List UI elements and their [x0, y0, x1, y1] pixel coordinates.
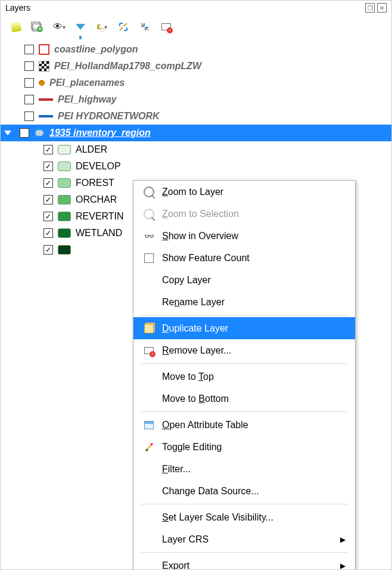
legend-label: ORCHAR	[76, 194, 117, 205]
menu-zoom-to-selection: Zoom to Selection	[133, 203, 355, 225]
polygon-outline-swatch	[39, 44, 49, 55]
menu-open-attribute-table[interactable]: Open Attribute Table	[133, 414, 355, 436]
visibility-checkbox[interactable]	[24, 78, 34, 88]
layer-coastline[interactable]: coastline_polygon	[1, 41, 391, 58]
menu-rename-layer[interactable]: Rename Layer	[133, 291, 355, 313]
color-swatch	[58, 245, 71, 255]
menu-duplicate-layer[interactable]: Duplicate Layer	[133, 317, 355, 339]
color-swatch	[58, 145, 71, 154]
expand-all-icon[interactable]	[116, 20, 130, 34]
menu-copy-layer[interactable]: Copy Layer	[133, 269, 355, 291]
visibility-checkbox[interactable]: ✓	[43, 228, 53, 238]
collapse-all-icon[interactable]	[138, 20, 152, 34]
raster-swatch	[39, 61, 49, 72]
layer-holland[interactable]: PEI_HollandMap1798_compLZW	[1, 58, 391, 75]
remove-icon	[144, 347, 154, 354]
menu-zoom-to-layer[interactable]: Zoom to Layer	[133, 181, 355, 203]
menu-remove-layer[interactable]: Remove Layer...	[133, 339, 355, 361]
menu-move-to-top[interactable]: Move to Top	[133, 365, 355, 388]
panel-close-icon[interactable]: ✕	[377, 3, 387, 13]
visibility-checkbox[interactable]	[24, 95, 34, 104]
glasses-icon: 👓	[143, 230, 155, 242]
color-swatch	[58, 228, 71, 238]
layer-highway[interactable]: PEI_highway	[1, 91, 391, 108]
color-swatch	[58, 195, 71, 205]
menu-separator	[141, 504, 348, 504]
checkbox-icon	[144, 253, 154, 263]
panel-title: Layers	[5, 3, 365, 13]
remove-layer-icon[interactable]	[159, 20, 173, 34]
legend-label: FOREST	[76, 178, 114, 188]
legend-label: REVERTIN	[76, 211, 124, 222]
menu-export[interactable]: Export▶	[133, 554, 355, 570]
menu-change-data-source[interactable]: Change Data Source...	[133, 480, 355, 502]
layer-label: PEI_highway	[58, 94, 117, 105]
point-swatch	[39, 80, 45, 86]
menu-toggle-editing[interactable]: Toggle Editing	[133, 436, 355, 458]
filter-expression-icon[interactable]: ε□▾	[95, 20, 109, 34]
visibility-checkbox[interactable]: ✓	[43, 212, 53, 221]
add-group-icon[interactable]: +	[30, 20, 45, 34]
menu-separator	[141, 315, 348, 315]
menu-separator	[141, 363, 348, 364]
layer-styling-icon[interactable]	[9, 20, 23, 34]
layer-label: 1935 inventory_region	[49, 128, 151, 138]
layer-tree: coastline_polygon PEI_HollandMap1798_com…	[1, 39, 391, 569]
visibility-checkbox[interactable]: ✓	[43, 145, 53, 154]
legend-item[interactable]: ✓DEVELOP	[1, 158, 391, 175]
submenu-arrow-icon: ▶	[340, 535, 346, 544]
visibility-checkbox[interactable]	[24, 61, 34, 71]
panel-undock-icon[interactable]: ❐	[365, 3, 375, 13]
menu-move-to-bottom[interactable]: Move to Bottom	[133, 388, 355, 410]
menu-separator	[141, 411, 348, 412]
submenu-arrow-icon: ▶	[340, 562, 346, 570]
color-swatch	[58, 162, 71, 171]
expand-arrow-icon[interactable]	[4, 131, 11, 135]
legend-label: ALDER	[76, 144, 107, 155]
legend-item[interactable]: ✓ALDER	[1, 141, 391, 158]
filter-legend-icon[interactable]	[73, 20, 88, 34]
color-swatch	[58, 178, 71, 188]
layer-label: PEI_placenames	[49, 78, 125, 88]
visibility-checkbox[interactable]: ✓	[43, 195, 53, 205]
menu-set-scale-visibility[interactable]: Set Layer Scale Visibility...	[133, 506, 355, 528]
menu-layer-crs[interactable]: Layer CRS▶	[133, 528, 355, 550]
legend-label: DEVELOP	[76, 161, 121, 172]
pencil-icon	[145, 442, 153, 451]
layer-label: PEI HYDRONETWORK	[58, 111, 160, 122]
line-swatch	[39, 115, 53, 117]
line-swatch	[39, 98, 53, 101]
duplicate-icon	[144, 324, 154, 333]
visibility-checkbox[interactable]: ✓	[20, 128, 29, 138]
svg-text:+: +	[38, 26, 42, 32]
visibility-checkbox[interactable]: ✓	[43, 162, 53, 171]
polygon-layer-icon	[34, 129, 45, 137]
menu-show-in-overview[interactable]: 👓Show in Overview	[133, 225, 355, 247]
visibility-checkbox[interactable]	[24, 45, 34, 54]
layer-label: coastline_polygon	[54, 44, 138, 55]
layer-hydro[interactable]: PEI HYDRONETWORK	[1, 108, 391, 125]
visibility-checkbox[interactable]: ✓	[43, 245, 53, 255]
visibility-checkbox[interactable]	[24, 111, 34, 121]
panel-header: Layers ❐ ✕	[1, 1, 391, 15]
layer-label: PEI_HollandMap1798_compLZW	[54, 61, 201, 72]
visibility-checkbox[interactable]: ✓	[43, 178, 53, 188]
layer-inventory[interactable]: ✓ 1935 inventory_region	[1, 125, 391, 141]
menu-show-feature-count[interactable]: Show Feature Count	[133, 247, 355, 269]
menu-filter[interactable]: Filter...	[133, 458, 355, 480]
legend-label: WETLAND	[76, 228, 122, 238]
manage-visibility-icon[interactable]: 👁▾	[52, 20, 66, 34]
layers-toolbar: + 👁▾ ε□▾	[1, 15, 391, 39]
layer-placenames[interactable]: PEI_placenames	[1, 75, 391, 91]
menu-separator	[141, 552, 348, 553]
layer-context-menu: Zoom to Layer Zoom to Selection 👓Show in…	[133, 180, 356, 570]
color-swatch	[58, 212, 71, 221]
table-icon	[144, 421, 154, 429]
